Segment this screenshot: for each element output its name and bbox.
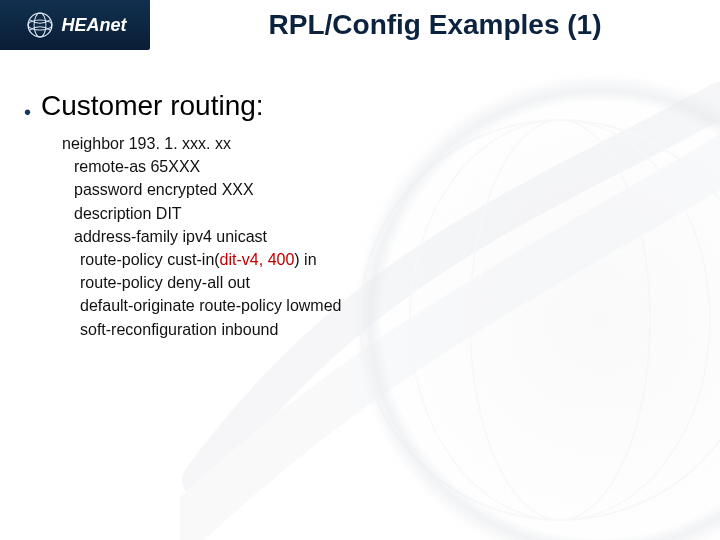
svg-point-5 bbox=[35, 13, 47, 37]
config-text: address-family ipv4 unicast bbox=[74, 228, 267, 245]
config-line: neighbor 193. 1. xxx. xx bbox=[62, 132, 696, 155]
config-text: ) in bbox=[294, 251, 316, 268]
config-line: password encrypted XXX bbox=[62, 178, 696, 201]
config-line: default-originate route-policy lowmed bbox=[62, 294, 696, 317]
config-line: route-policy cust-in(dit-v4, 400) in bbox=[62, 248, 696, 271]
config-text: soft-reconfiguration inbound bbox=[80, 321, 278, 338]
slide-body: • Customer routing: neighbor 193. 1. xxx… bbox=[0, 90, 720, 341]
config-text: password encrypted XXX bbox=[74, 181, 254, 198]
config-text: remote-as 65XXX bbox=[74, 158, 200, 175]
config-text: neighbor 193. 1. xxx. xx bbox=[62, 135, 231, 152]
title-area: RPL/Config Examples (1) bbox=[150, 0, 720, 50]
config-block: neighbor 193. 1. xxx. xxremote-as 65XXXp… bbox=[62, 132, 696, 341]
bullet-item: • Customer routing: bbox=[24, 90, 696, 122]
slide: HEAnet RPL/Config Examples (1) • Custome… bbox=[0, 0, 720, 540]
bullet-label: Customer routing: bbox=[41, 90, 264, 122]
globe-icon bbox=[23, 8, 57, 42]
config-text: description DIT bbox=[74, 205, 182, 222]
config-line: remote-as 65XXX bbox=[62, 155, 696, 178]
config-text: route-policy cust-in( bbox=[80, 251, 220, 268]
config-line: route-policy deny-all out bbox=[62, 271, 696, 294]
config-text: default-originate route-policy lowmed bbox=[80, 297, 341, 314]
config-text: route-policy deny-all out bbox=[80, 274, 250, 291]
bullet-icon: • bbox=[24, 102, 31, 122]
slide-title: RPL/Config Examples (1) bbox=[269, 9, 602, 41]
config-line: soft-reconfiguration inbound bbox=[62, 318, 696, 341]
header: HEAnet RPL/Config Examples (1) bbox=[0, 0, 720, 50]
config-highlight: dit-v4, 400 bbox=[220, 251, 295, 268]
config-line: description DIT bbox=[62, 202, 696, 225]
logo: HEAnet bbox=[0, 0, 150, 50]
config-line: address-family ipv4 unicast bbox=[62, 225, 696, 248]
svg-point-3 bbox=[29, 13, 53, 37]
logo-text: HEAnet bbox=[61, 15, 126, 36]
